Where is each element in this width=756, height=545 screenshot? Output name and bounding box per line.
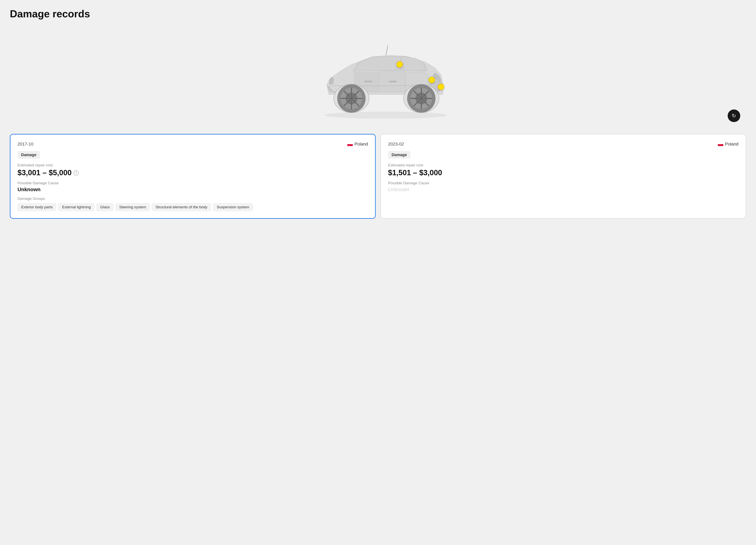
card-1-cause-section: Possible Damage Cause Unknown	[18, 181, 368, 193]
svg-rect-22	[347, 142, 353, 144]
tag-glass: Glass	[96, 203, 114, 211]
damage-dot-windshield[interactable]	[397, 61, 403, 68]
svg-rect-23	[347, 144, 353, 146]
svg-rect-25	[718, 144, 723, 146]
card-2-header: 2023-02 Poland	[388, 142, 738, 147]
card-1-cause-value: Unknown	[18, 186, 368, 193]
svg-rect-24	[718, 142, 723, 144]
card-2-repair-label: Estimated repair cost	[388, 163, 738, 167]
svg-rect-1	[364, 81, 372, 82]
rotate-button[interactable]: ↻	[728, 109, 740, 122]
card-1-repair-label: Estimated repair cost	[18, 163, 368, 167]
car-model	[301, 33, 455, 120]
card-1-cause-label: Possible Damage Cause	[18, 181, 368, 185]
tag-structural-elements: Structural elements of the body	[152, 203, 211, 211]
card-1-groups-label: Damage Groups	[18, 196, 368, 201]
damage-cards: 2017-10 Poland Damage Estimated repair c…	[10, 134, 746, 219]
tag-exterior-body-parts: Exterior body parts	[18, 203, 56, 211]
card-1-badge: Damage	[18, 151, 40, 159]
help-icon[interactable]: ?	[74, 170, 79, 175]
card-2-cause-section: Possible Damage Cause Unknown	[388, 181, 738, 193]
card-2-repair-cost: $1,501 – $3,000	[388, 169, 738, 177]
card-2-badge: Damage	[388, 151, 410, 159]
svg-line-21	[386, 45, 388, 56]
card-2-cause-value: Unknown	[388, 186, 738, 193]
poland-flag-icon	[347, 142, 353, 146]
poland-flag-icon-2	[718, 142, 723, 146]
tag-steering-system: Steering system	[116, 203, 150, 211]
damage-card-2[interactable]: 2023-02 Poland Damage Estimated repair c…	[380, 134, 746, 219]
page-title: Damage records	[10, 8, 746, 20]
damage-card-1[interactable]: 2017-10 Poland Damage Estimated repair c…	[10, 134, 376, 219]
svg-rect-2	[389, 81, 397, 82]
tag-external-lightning: External lightning	[58, 203, 95, 211]
card-1-date: 2017-10	[18, 142, 33, 147]
card-1-repair-cost: $3,001 – $5,000 ?	[18, 169, 368, 177]
card-1-tags: Exterior body parts External lightning G…	[18, 203, 368, 211]
tag-suspension-system: Suspension system	[213, 203, 253, 211]
card-1-header: 2017-10 Poland	[18, 142, 368, 147]
rotate-icon: ↻	[732, 113, 736, 119]
svg-point-0	[325, 112, 447, 119]
card-1-country: Poland	[347, 142, 368, 147]
card-2-cause-label: Possible Damage Cause	[388, 181, 738, 185]
card-2-country: Poland	[718, 142, 738, 147]
card-2-date: 2023-02	[388, 142, 404, 147]
car-viewer: ↻	[10, 26, 746, 128]
